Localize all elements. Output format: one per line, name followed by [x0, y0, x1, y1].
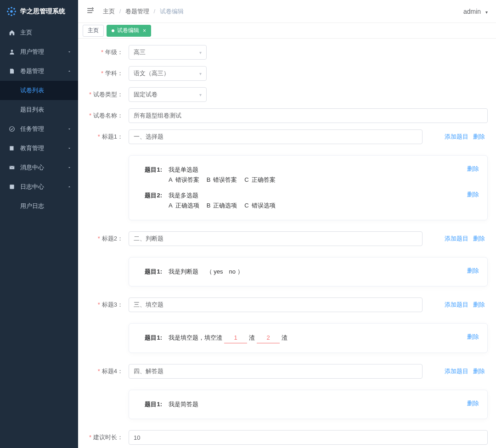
chevron-up-icon: [67, 184, 72, 190]
delete-section-link[interactable]: 删除: [473, 133, 485, 141]
question-card: 题目1:我是简答题删除: [129, 390, 488, 419]
svg-point-3: [7, 11, 9, 12]
tab-home[interactable]: 主页: [83, 25, 104, 37]
question-card: 题目1:我是判断题 （ yes no ）删除: [129, 257, 488, 286]
input-section-title[interactable]: 一、选择题: [129, 129, 423, 144]
delete-section-link[interactable]: 删除: [473, 235, 485, 243]
sidebar-item-message-center[interactable]: 消息中心: [0, 158, 78, 177]
add-question-link[interactable]: 添加题目: [445, 235, 468, 243]
tab-edit[interactable]: 试卷编辑 ×: [107, 25, 151, 37]
row-suggest-time: 建议时长： 10: [86, 430, 488, 445]
question-label: 题目2:: [137, 190, 162, 201]
breadcrumb-sep: /: [154, 8, 156, 15]
section-block: 题目1:我是简答题删除: [129, 385, 488, 424]
sidebar-item-user-manage[interactable]: 用户管理: [0, 42, 78, 62]
option-key: C: [244, 176, 248, 183]
question-label: 题目1:: [137, 267, 162, 277]
add-question-link[interactable]: 添加题目: [445, 133, 468, 141]
row-section-title: 标题4： 四、解答题 添加题目 删除: [86, 364, 488, 379]
sidebar-item-label: 用户日志: [20, 202, 44, 210]
sidebar-nav: 主页 用户管理 卷题管理 试卷列表 题目列表: [0, 23, 78, 448]
delete-question-link[interactable]: 删除: [467, 333, 479, 341]
label-paper-type: 试卷类型：: [86, 87, 129, 102]
question-label: 题目1:: [137, 399, 162, 409]
input-value: 一、选择题: [134, 133, 163, 141]
sidebar-item-home[interactable]: 主页: [0, 23, 78, 42]
delete-section-link[interactable]: 删除: [473, 367, 485, 375]
input-section-title[interactable]: 二、判断题: [129, 231, 423, 246]
sidebar-item-label: 主页: [20, 28, 32, 37]
caret-down-icon: ▾: [199, 71, 202, 76]
tab-label: 试卷编辑: [117, 27, 139, 34]
brand: 学之思管理系统: [0, 0, 78, 23]
add-question-link[interactable]: 添加题目: [445, 367, 468, 375]
user-icon: [8, 48, 16, 56]
option-text: 错误答案: [213, 176, 237, 183]
sidebar-item-task-manage[interactable]: 任务管理: [0, 119, 78, 139]
sidebar-item-label: 卷题管理: [20, 67, 44, 75]
breadcrumb-edit: 试卷编辑: [160, 8, 184, 15]
row-questions: 题目1:我是判断题 （ yes no ）删除: [86, 252, 488, 291]
sidebar-item-user-log[interactable]: 用户日志: [0, 196, 78, 216]
select-paper-type[interactable]: 固定试卷▾: [129, 87, 207, 102]
close-icon[interactable]: ×: [143, 28, 146, 34]
log-icon: [8, 183, 16, 190]
question-row: 题目2:我是多选题A正确选项B正确选项C错误选项删除: [137, 188, 479, 213]
input-paper-name[interactable]: 所有题型组卷测试: [129, 108, 488, 123]
sidebar-item-paper-manage[interactable]: 卷题管理: [0, 62, 78, 81]
breadcrumb-sep: /: [119, 8, 121, 15]
add-question-link[interactable]: 添加题目: [445, 301, 468, 309]
option-text: 正确答案: [252, 176, 276, 183]
breadcrumb-home[interactable]: 主页: [103, 8, 115, 15]
sidebar-item-log-center[interactable]: 日志中心: [0, 177, 78, 196]
delete-question-link[interactable]: 删除: [467, 399, 479, 408]
question-options: A正确选项B正确选项C错误选项: [169, 201, 467, 211]
question-body: 我是填空题，填空渣1渣2渣: [169, 333, 467, 343]
svg-point-9: [11, 50, 13, 52]
home-icon: [8, 29, 16, 36]
input-section-title[interactable]: 三、填空题: [129, 297, 423, 312]
select-subject[interactable]: 语文（高三）▾: [129, 66, 207, 81]
hamburger-icon[interactable]: [86, 6, 95, 16]
select-value: 语文（高三）: [134, 69, 169, 78]
question-body: 我是单选题A错误答案B错误答案C正确答案: [169, 165, 467, 185]
sidebar-item-edu-manage[interactable]: 教育管理: [0, 139, 78, 158]
chevron-down-icon: [67, 164, 72, 171]
row-paper-name: 试卷名称： 所有题型组卷测试: [86, 108, 488, 123]
section-block: 题目1:我是判断题 （ yes no ）删除: [129, 252, 488, 291]
section-block: 题目1:我是单选题A错误答案B错误答案C正确答案删除题目2:我是多选题A正确选项…: [129, 151, 488, 225]
svg-rect-11: [10, 185, 14, 189]
question-body: 我是判断题 （ yes no ）: [169, 267, 467, 277]
sections-container: 标题1： 一、选择题 添加题目 删除 题目1:我是单选题A错误答案B错误答案C正…: [86, 129, 488, 424]
sidebar-item-question-list[interactable]: 题目列表: [0, 100, 78, 119]
breadcrumb-paper[interactable]: 卷题管理: [125, 8, 149, 15]
input-suggest-time[interactable]: 10: [129, 430, 488, 445]
select-grade[interactable]: 高三▾: [129, 45, 207, 60]
sidebar-item-label: 用户管理: [20, 48, 44, 56]
user-name: admin: [463, 8, 481, 15]
delete-question-link[interactable]: 删除: [467, 190, 479, 199]
delete-question-link[interactable]: 删除: [467, 165, 479, 173]
sidebar-item-label: 题目列表: [20, 106, 44, 114]
brand-title: 学之思管理系统: [20, 7, 65, 16]
section-actions: 添加题目 删除: [445, 235, 488, 243]
sidebar: 学之思管理系统 主页 用户管理 卷题管理 试卷列表: [0, 0, 78, 448]
svg-point-10: [10, 127, 15, 132]
svg-point-7: [8, 13, 10, 15]
sidebar-item-label: 消息中心: [20, 163, 44, 172]
question-stem: 我是判断题 （ yes no ）: [169, 268, 243, 275]
section-actions: 添加题目 删除: [445, 367, 488, 375]
delete-section-link[interactable]: 删除: [473, 301, 485, 309]
sidebar-item-paper-list[interactable]: 试卷列表: [0, 81, 78, 100]
option-key: C: [244, 202, 248, 209]
page-tabs: 主页 试卷编辑 ×: [78, 23, 496, 39]
section-title-ctrl: 一、选择题 添加题目 删除: [129, 129, 488, 144]
user-menu[interactable]: admin ▾: [463, 8, 488, 15]
delete-question-link[interactable]: 删除: [467, 267, 479, 275]
option-key: B: [207, 202, 211, 209]
input-section-title[interactable]: 四、解答题: [129, 364, 423, 379]
fill-text: 我是填空题，填空渣: [169, 334, 222, 341]
tab-label: 主页: [88, 27, 99, 34]
sidebar-item-label: 教育管理: [20, 144, 44, 152]
input-value: 10: [134, 434, 140, 441]
